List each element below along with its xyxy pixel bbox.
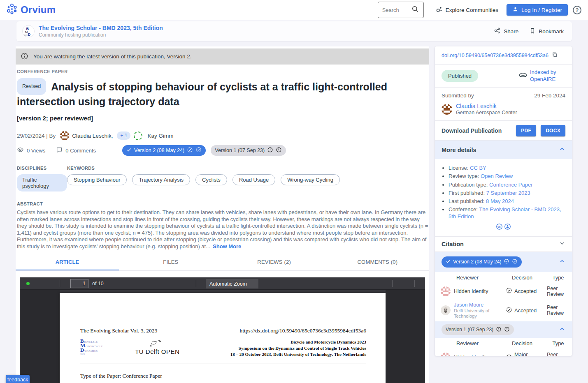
column-decision: Decision bbox=[500, 340, 544, 346]
doi-link[interactable]: doi.org/10.59490/65e0736e3d3955984cdf53a… bbox=[442, 53, 548, 58]
author-name-2[interactable]: Kay Gimm bbox=[147, 133, 173, 139]
keyword-chip[interactable]: Wrong-way Cycling bbox=[281, 174, 340, 185]
conference-line: 18 – 20 October 2023, Delft University o… bbox=[230, 351, 366, 358]
submitter-avatar[interactable] bbox=[442, 104, 452, 115]
tab-article[interactable]: ARTICLE bbox=[16, 255, 119, 270]
major-revision-icon bbox=[506, 354, 512, 356]
search-box[interactable] bbox=[378, 2, 424, 18]
abstract-label: ABSTRACT bbox=[17, 201, 428, 206]
keyword-chip[interactable]: Stopping Behaviour bbox=[67, 174, 127, 185]
reviewer-name: Hidden Identity bbox=[454, 288, 488, 294]
tab-comments[interactable]: COMMENTS (0) bbox=[326, 255, 429, 270]
download-pdf-button[interactable]: PDF bbox=[516, 125, 536, 136]
detail-link[interactable]: 7 September 2023 bbox=[486, 190, 530, 196]
copy-icon[interactable] bbox=[552, 52, 558, 59]
keyword-chip[interactable]: Trajectory Analysis bbox=[132, 174, 190, 185]
submitter-name-link[interactable]: Claudia Leschik bbox=[456, 103, 517, 109]
indexed-by-label[interactable]: Indexed by OpenAIRE bbox=[530, 69, 565, 83]
version-2-section-header[interactable]: Version 2 (08 May 24) bbox=[435, 252, 572, 272]
page-number-input[interactable] bbox=[70, 279, 88, 288]
login-register-label: Log In / Register bbox=[521, 7, 562, 13]
column-reviewer: Reviewer bbox=[435, 275, 500, 281]
author-avatar-loading bbox=[134, 132, 142, 140]
comments-stat: 0 Comments bbox=[56, 147, 96, 155]
tab-files[interactable]: FILES bbox=[119, 255, 222, 270]
more-details-header[interactable]: More details bbox=[435, 141, 572, 159]
toolbar-divider bbox=[60, 280, 60, 287]
reviewer-avatar bbox=[441, 353, 451, 356]
chevron-up-icon[interactable] bbox=[559, 146, 565, 154]
version-2-chip-label: Version 2 (08 May 24) bbox=[134, 148, 184, 153]
citation-header[interactable]: Citation bbox=[435, 237, 572, 252]
pdf-viewer-body[interactable]: The Evolving Scholar Vol. 3, 2023 https:… bbox=[20, 290, 425, 383]
version-notice-bar: You are watching the latest version of t… bbox=[16, 48, 429, 65]
submitter-affiliation: German Aerospace Center bbox=[456, 110, 517, 115]
detail-item: License: CC BY bbox=[449, 165, 565, 171]
keywords-label: KEYWORDS bbox=[67, 166, 340, 171]
eye-icon bbox=[17, 146, 24, 155]
viewer-left-gutter bbox=[20, 290, 60, 383]
person-icon bbox=[512, 6, 518, 14]
chevron-down-icon[interactable] bbox=[559, 240, 565, 248]
viewer-right-gutter bbox=[386, 290, 425, 383]
version-2-pill[interactable]: Version 2 (08 May 24) bbox=[442, 256, 522, 268]
comment-icon bbox=[56, 147, 63, 155]
cc-icon[interactable]: cc bbox=[496, 223, 503, 231]
more-authors-badge[interactable]: + 1 bbox=[117, 132, 130, 140]
reviewer-name-link[interactable]: Jason Moore bbox=[454, 302, 496, 308]
info-icon bbox=[21, 52, 28, 61]
community-title-link[interactable]: The Evolving Scholar - BMD 2023, 5th Edi… bbox=[39, 25, 163, 32]
help-icon[interactable]: ? bbox=[573, 6, 581, 14]
reviewer-avatar bbox=[441, 305, 451, 315]
show-more-link[interactable]: Show More bbox=[213, 243, 241, 249]
review-type: Peer Review bbox=[544, 286, 572, 297]
indexed-by-openaire[interactable]: Indexed by OpenAIRE bbox=[518, 69, 565, 83]
conference-line: Symposium on the Dynamics and Control of… bbox=[230, 345, 366, 351]
explore-communities-link[interactable]: Explore Communities bbox=[435, 6, 498, 14]
abstract-text: Cyclists have various route options to g… bbox=[17, 209, 428, 250]
verified-badge-icon bbox=[187, 147, 193, 154]
tudelft-logo-text: TU Delft OPEN bbox=[135, 348, 179, 355]
detail-link[interactable]: Open Review bbox=[481, 173, 513, 179]
search-icon[interactable] bbox=[411, 5, 419, 15]
tab-reviews[interactable]: REVIEWS (2) bbox=[223, 255, 326, 270]
pdf-page: The Evolving Scholar Vol. 3, 2023 https:… bbox=[60, 293, 386, 383]
search-input[interactable] bbox=[382, 7, 411, 13]
version-1-chip[interactable]: Version 1 (07 Sep 23) bbox=[211, 145, 286, 156]
author-name-1[interactable]: Claudia Leschik, bbox=[72, 133, 113, 139]
pdf-doi-url: https://dx.doi.org/10.59490/65e0736e3d39… bbox=[239, 328, 366, 334]
download-docx-button[interactable]: DOCX bbox=[541, 125, 565, 136]
download-publication-label: Download Publication bbox=[442, 127, 502, 134]
comments-count: 0 Comments bbox=[65, 148, 96, 154]
feedback-button[interactable]: feedback bbox=[6, 375, 30, 383]
detail-link[interactable]: 8 May 2024 bbox=[486, 198, 514, 204]
chevron-up-icon[interactable] bbox=[559, 258, 565, 266]
detail-link[interactable]: Conference Paper bbox=[489, 182, 533, 188]
login-register-button[interactable]: Log In / Register bbox=[507, 4, 568, 16]
alert-icon bbox=[504, 326, 510, 333]
brand-name: Orvium bbox=[21, 4, 56, 16]
bookmark-button[interactable]: Bookmark bbox=[529, 28, 564, 35]
version-1-pill[interactable]: Version 1 (07 Sep 23) bbox=[442, 324, 514, 335]
version-2-chip[interactable]: Version 2 (08 May 24) bbox=[122, 145, 206, 156]
chevron-up-icon[interactable] bbox=[559, 326, 565, 334]
detail-link[interactable]: CC BY bbox=[470, 165, 486, 171]
views-count: 0 Views bbox=[27, 148, 45, 154]
keyword-chip[interactable]: Cyclists bbox=[195, 174, 227, 185]
community-avatar[interactable]: B M D 2023 bbox=[22, 25, 35, 37]
version-2-pill-label: Version 2 (08 May 24) bbox=[453, 259, 501, 265]
keyword-chip[interactable]: Road Usage bbox=[232, 174, 275, 185]
version-1-section-header[interactable]: Version 1 (07 Sep 23) bbox=[435, 321, 572, 338]
svg-text:2023: 2023 bbox=[24, 35, 28, 36]
discipline-chip[interactable]: Traffic psychology bbox=[17, 174, 67, 192]
detail-item: Publication type: Conference Paper bbox=[449, 182, 565, 188]
cc-by-person-icon[interactable] bbox=[504, 223, 511, 231]
share-button[interactable]: Share bbox=[494, 27, 518, 35]
review-type: Peer Review bbox=[544, 352, 572, 356]
orvium-logo[interactable]: Orvium bbox=[6, 3, 56, 17]
author-avatar[interactable] bbox=[60, 131, 70, 141]
svg-text:M: M bbox=[25, 30, 28, 34]
detail-label: Publication type: bbox=[449, 182, 488, 188]
zoom-select[interactable]: Automatic Zoom bbox=[206, 279, 258, 288]
bmd-logo: Bicycle & Motorcycle Dynamics 2023 bbox=[80, 339, 103, 356]
